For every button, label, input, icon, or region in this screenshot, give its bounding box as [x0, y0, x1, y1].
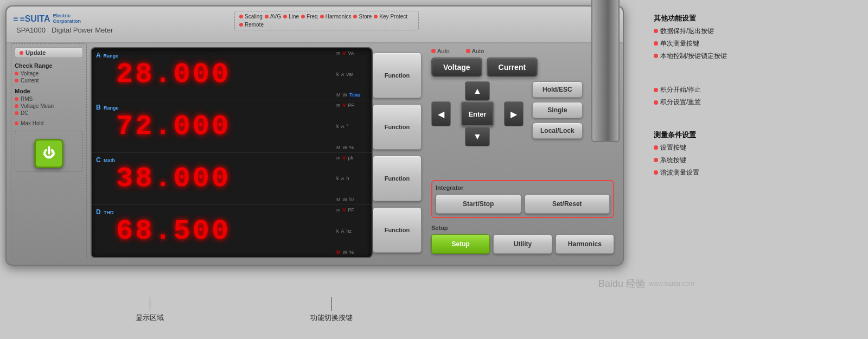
nav-left-button[interactable]: ◀	[431, 101, 451, 126]
harmonics-dot	[320, 15, 324, 18]
key-protect-dot	[374, 15, 378, 18]
unit-amp-a: A	[341, 72, 344, 77]
unit-m-d: m	[336, 207, 341, 213]
check-range-label: Check Range	[15, 62, 83, 69]
unit-m-c: m	[336, 155, 341, 161]
watermark: Baidu 经验 www.baidu.com	[598, 277, 694, 290]
set-reset-label: Set/Reset	[552, 200, 582, 208]
voltage-mean-label: Voltage Mean	[21, 103, 54, 109]
setup-button[interactable]: Setup	[431, 234, 490, 254]
unit-amp-c: A	[341, 176, 344, 181]
check-voltage-item: Voltage	[15, 71, 83, 76]
display-area-label: 显示区域	[136, 313, 164, 323]
voltage-mean-item: Voltage Mean	[15, 103, 83, 109]
update-label: Update	[25, 49, 46, 56]
display-row-c: C Math 38.000 m V pk k A h M W hz	[92, 153, 372, 205]
annot-text-5: 积分设置/重置	[660, 96, 701, 108]
nav-up-button[interactable]: ▲	[465, 81, 490, 101]
current-button[interactable]: Current	[487, 57, 538, 77]
auto-current-indicator: Auto	[466, 48, 484, 54]
display-area-label-group: 显示区域	[136, 297, 164, 323]
hold-esc-button[interactable]: Hold/ESC	[532, 81, 583, 98]
current-dot	[15, 79, 18, 82]
update-button[interactable]: Update	[15, 47, 83, 58]
model-desc: Digital Power Meter	[52, 26, 113, 34]
update-dot	[20, 51, 23, 55]
side-buttons-area: Hold/ESC Single Local/Lock	[532, 81, 583, 176]
annot-text-1: 数据保持/退出按键	[660, 25, 714, 37]
header-bar: ≡ ≡SUITA Electric Corporation SPA1000 Di…	[7, 7, 623, 43]
model-number: SPA1000	[16, 26, 46, 34]
remote-label: Remote	[245, 22, 264, 28]
enter-button[interactable]: Enter	[461, 101, 494, 126]
power-icon: ⏻	[43, 146, 55, 161]
update-section: Update	[15, 47, 83, 58]
display-row-d: D THD 68.500 m V PF k A hz M W %	[92, 205, 372, 257]
utility-label: Utility	[514, 240, 532, 248]
unit-m2-d: M	[336, 250, 341, 255]
voltage-label: Voltage	[21, 71, 39, 76]
channel-d-label: D THD	[96, 208, 114, 216]
auto-voltage-label: Auto	[437, 48, 450, 54]
setup-annot: 设置按键	[654, 142, 860, 154]
auto-voltage-indicator: Auto	[431, 48, 450, 54]
mode-section: Mode RMS Voltage Mean DC	[15, 88, 83, 116]
logo-electric2: Corporation	[53, 19, 81, 24]
display-value-c: 38.000	[116, 163, 231, 195]
display-arrow-line	[150, 297, 150, 311]
nav-right-button[interactable]: ▶	[504, 101, 524, 126]
harmonics-button[interactable]: Harmonics	[556, 234, 614, 254]
annot-text-6: 设置按键	[660, 142, 686, 154]
right-panel: Auto Auto Voltage Current Range	[427, 43, 618, 260]
power-button[interactable]: ⏻	[34, 139, 63, 168]
unit-hz-c: hz	[349, 197, 355, 202]
auto-current-label: Auto	[472, 48, 484, 54]
right-annotations: 其他功能设置 数据保持/退出按键 单次测量按键 本地控制/按键锁定按键 积分开始…	[654, 14, 860, 188]
nav-down-button[interactable]: ▼	[465, 127, 490, 146]
dc-dot	[15, 111, 18, 115]
local-lock-annot: 本地控制/按键锁定按键	[654, 50, 860, 62]
current-label: Current	[21, 78, 39, 84]
unit-deg-b: °	[347, 124, 349, 129]
single-button[interactable]: Single	[532, 102, 583, 118]
utility-button[interactable]: Utility	[493, 234, 552, 254]
dc-item: DC	[15, 110, 83, 116]
unit-v-c: V	[343, 155, 346, 161]
meter-body: ≡ ≡SUITA Electric Corporation SPA1000 Di…	[5, 5, 624, 266]
single-label: Single	[547, 106, 567, 114]
unit-pk-c: pk	[348, 155, 354, 161]
auto-indicators-row: Auto Auto	[431, 48, 614, 54]
function-button-2[interactable]: Function	[373, 104, 422, 150]
function-button-3[interactable]: Function	[373, 156, 422, 201]
annot-text-8: 谐波测量设置	[660, 167, 699, 179]
current-btn-label: Current	[499, 63, 526, 72]
indicator-scaling: Scaling	[239, 14, 263, 20]
voltage-button[interactable]: Voltage	[431, 57, 482, 77]
avg-dot	[265, 15, 269, 18]
indicator-store: Store	[353, 14, 372, 20]
mode-label: Mode	[15, 88, 83, 94]
freq-label: Freq	[307, 14, 318, 20]
max-hold-item: Max Hold	[15, 120, 83, 126]
auto-v-dot	[431, 49, 436, 53]
function-switch-label-group: 功能切换按键	[310, 297, 353, 323]
local-lock-label: Local/Lock	[540, 127, 575, 135]
set-reset-button[interactable]: Set/Reset	[525, 194, 610, 214]
display-value-a: 28.000	[116, 58, 231, 90]
function-button-1[interactable]: Function	[373, 53, 422, 98]
indicator-harmonics: Harmonics	[320, 14, 352, 20]
start-stop-button[interactable]: Start/Stop	[436, 194, 521, 214]
auto-c-dot	[466, 49, 470, 53]
bottom-labels-area: 显示区域 功能切换按键	[136, 297, 353, 323]
unit-w-b: W	[343, 145, 348, 150]
watermark-text: Baidu 经验	[598, 277, 646, 290]
check-current-item: Current	[15, 78, 83, 84]
annot-bullet-5	[654, 100, 658, 105]
dial-knob[interactable]	[591, 0, 620, 142]
harmonics-annot: 谐波测量设置	[654, 167, 860, 179]
function-button-4[interactable]: Function	[373, 207, 422, 253]
setup-buttons: Setup Utility Harmonics	[431, 234, 614, 254]
local-lock-button[interactable]: Local/Lock	[532, 123, 583, 139]
indicator-avg: AVG	[265, 14, 281, 20]
other-functions-group: 其他功能设置 数据保持/退出按键 单次测量按键 本地控制/按键锁定按键	[654, 14, 860, 62]
